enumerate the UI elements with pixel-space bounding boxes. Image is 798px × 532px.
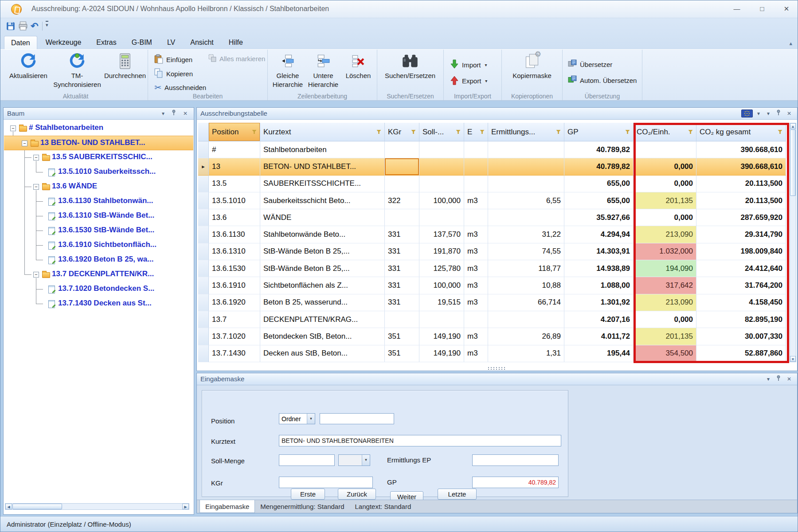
- cell-co2e[interactable]: 0,000: [634, 158, 696, 175]
- tree-expander-icon[interactable]: −: [33, 272, 39, 278]
- cell-kurz[interactable]: Decken aus StB, Beton...: [260, 345, 385, 362]
- cell-gp[interactable]: 14.938,89: [564, 260, 634, 277]
- tree-item[interactable]: 13.6.1530 StB-Wände Bet...: [4, 223, 193, 238]
- gp-input[interactable]: [472, 477, 559, 488]
- tree-item[interactable]: −13.6 WÄNDE: [4, 180, 193, 194]
- tab-daten[interactable]: Daten: [4, 36, 37, 49]
- cell-erm[interactable]: 31,22: [488, 226, 564, 243]
- uebersetzer-button[interactable]: Übersetzer: [568, 59, 612, 70]
- cell-e[interactable]: [464, 311, 488, 328]
- cell-pos[interactable]: 13.6.1130: [209, 226, 260, 243]
- cell-soll[interactable]: 149,190: [419, 328, 464, 345]
- loeschen-button[interactable]: Löschen: [342, 52, 374, 80]
- cell-pos[interactable]: 13.7: [209, 311, 260, 328]
- cell-pos[interactable]: 13.6: [209, 209, 260, 226]
- cell-co2e[interactable]: 317,642: [634, 277, 696, 294]
- erste-button[interactable]: Erste: [291, 489, 325, 500]
- footer-tab-mengenermittlung[interactable]: Mengenermittlung: Standard: [255, 500, 349, 513]
- cell-gp[interactable]: 655,00: [564, 176, 634, 192]
- cell-e[interactable]: [464, 176, 488, 192]
- tree-expander-icon[interactable]: −: [33, 155, 39, 160]
- cell-soll[interactable]: [419, 311, 464, 328]
- cell-gp[interactable]: 4.207,16: [564, 311, 634, 328]
- alles-markieren-button[interactable]: Alles markieren: [208, 54, 265, 63]
- cell-kurz[interactable]: StB-Wände Beton B 25,...: [260, 243, 385, 260]
- tree-item[interactable]: 13.6.1910 Sichtbetonfläch...: [4, 238, 193, 253]
- close-panel-icon[interactable]: ✕: [785, 110, 793, 117]
- cell-co2e[interactable]: 201,135: [634, 192, 696, 209]
- kgr-input[interactable]: [279, 477, 373, 488]
- column-header-kgr[interactable]: KGr: [385, 123, 419, 141]
- filter-funnel-icon[interactable]: [411, 130, 416, 134]
- autom-uebersetzen-button[interactable]: Autom. Übersetzen: [568, 75, 637, 86]
- cell-pos[interactable]: 13.6.1530: [209, 260, 260, 277]
- cell-co2e[interactable]: 0,000: [634, 176, 696, 192]
- tab-hilfe[interactable]: Hilfe: [222, 36, 250, 49]
- cell-e[interactable]: [464, 158, 488, 175]
- close-button[interactable]: ✕: [776, 2, 797, 16]
- tab-g-bim[interactable]: G-BIM: [125, 36, 159, 49]
- cell-marker[interactable]: [198, 345, 209, 362]
- scroll-left-icon[interactable]: ◀: [5, 504, 12, 509]
- filter-funnel-icon[interactable]: [376, 130, 381, 134]
- tree-item[interactable]: −# Stahlbetonarbeiten: [4, 121, 193, 136]
- cell-kurz[interactable]: Sichtbetonflächen als Z...: [260, 277, 385, 294]
- cell-kgr[interactable]: 331: [385, 226, 419, 243]
- column-header-soll[interactable]: Soll-...: [419, 123, 464, 141]
- cell-pos[interactable]: 13.7.1430: [209, 345, 260, 362]
- cell-e[interactable]: m3: [464, 192, 488, 209]
- cell-gp[interactable]: 195,44: [564, 345, 634, 362]
- einfuegen-button[interactable]: Einfügen: [154, 54, 192, 65]
- cell-co2e[interactable]: 0,000: [634, 209, 696, 226]
- filter-funnel-icon[interactable]: [688, 130, 693, 134]
- suchen-ersetzen-button[interactable]: Suchen/Ersetzen: [382, 52, 438, 80]
- save-icon[interactable]: [6, 21, 16, 32]
- cell-gp[interactable]: 4.294,94: [564, 226, 634, 243]
- cell-erm[interactable]: 6,55: [488, 192, 564, 209]
- cell-kurz[interactable]: Sauberkeitsschicht Beto...: [260, 192, 385, 209]
- cell-erm[interactable]: 10,88: [488, 277, 564, 294]
- tree-item[interactable]: 13.7.1020 Betondecken S...: [4, 282, 193, 297]
- tree-item[interactable]: −13 BETON- UND STAHLBET...: [4, 136, 193, 150]
- cell-kgr[interactable]: 331: [385, 277, 419, 294]
- cell-pos[interactable]: 13: [209, 158, 260, 175]
- cell-co2g[interactable]: 82.895,190: [696, 311, 786, 328]
- cell-marker[interactable]: [198, 226, 209, 243]
- close-panel-icon[interactable]: ✕: [181, 110, 189, 117]
- close-panel-icon[interactable]: ✕: [785, 375, 793, 383]
- footer-tab-eingabemaske[interactable]: Eingabemaske: [200, 500, 255, 513]
- cell-co2e[interactable]: 1.032,000: [634, 243, 696, 260]
- cell-soll[interactable]: 137,570: [419, 226, 464, 243]
- pin-icon[interactable]: [170, 110, 178, 117]
- cell-co2e[interactable]: 201,135: [634, 328, 696, 345]
- cell-pos[interactable]: 13.6.1910: [209, 277, 260, 294]
- maximize-button[interactable]: □: [752, 2, 772, 16]
- cell-marker[interactable]: [198, 260, 209, 277]
- cell-soll[interactable]: 125,780: [419, 260, 464, 277]
- cell-marker[interactable]: [198, 192, 209, 209]
- kurztext-input[interactable]: [279, 435, 561, 446]
- cell-erm[interactable]: 66,714: [488, 294, 564, 311]
- cell-co2g[interactable]: 20.113,500: [696, 176, 786, 192]
- import-button[interactable]: Import ▾: [450, 59, 487, 70]
- tab-ansicht[interactable]: Ansicht: [184, 36, 220, 49]
- cell-gp[interactable]: 14.303,91: [564, 243, 634, 260]
- tree-horizontal-scrollbar[interactable]: ◀ ▶: [5, 503, 189, 510]
- cell-soll[interactable]: 100,000: [419, 192, 464, 209]
- cell-erm[interactable]: [488, 141, 564, 158]
- collapse-ribbon-icon[interactable]: ▴: [789, 40, 792, 47]
- panel-menu-icon[interactable]: ▾: [159, 110, 167, 117]
- export-button[interactable]: Export ▾: [450, 75, 487, 86]
- cell-e[interactable]: m3: [464, 328, 488, 345]
- tree-expander-icon[interactable]: −: [10, 125, 16, 131]
- cell-kgr[interactable]: [385, 158, 419, 175]
- cell-soll[interactable]: [419, 176, 464, 192]
- pin-icon[interactable]: [775, 375, 782, 383]
- column-header-co2g[interactable]: CO₂ kg gesamt: [696, 123, 786, 141]
- aktualisieren-button[interactable]: Aktualisieren: [8, 52, 49, 80]
- pin-icon[interactable]: [775, 110, 782, 117]
- cell-soll[interactable]: [419, 141, 464, 158]
- column-header-marker[interactable]: [198, 123, 209, 141]
- cell-co2e[interactable]: 213,090: [634, 294, 696, 311]
- tree-item[interactable]: 13.5.1010 Sauberkeitssch...: [4, 165, 193, 180]
